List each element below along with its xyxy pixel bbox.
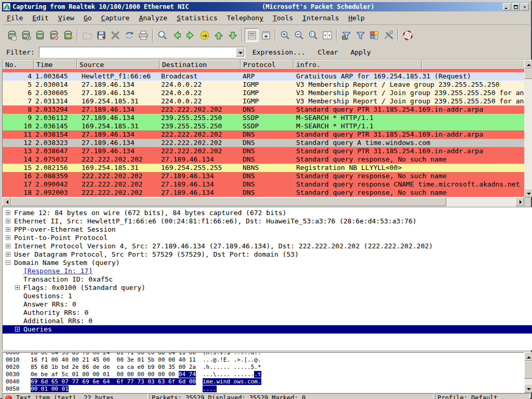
find-icon[interactable]: [155, 28, 169, 42]
column-header-time[interactable]: Time: [34, 60, 77, 70]
print-icon[interactable]: [136, 28, 150, 42]
detail-item[interactable]: Additional RRs: 0: [3, 317, 532, 325]
menu-view[interactable]: View: [54, 12, 79, 23]
packet-row-5[interactable]: 52.03001427.189.46.134224.0.0.22IGMPV3 M…: [3, 81, 524, 89]
menu-help[interactable]: Help: [344, 12, 369, 23]
list-interfaces-icon[interactable]: [5, 28, 19, 42]
open-file-icon[interactable]: [80, 28, 94, 42]
detail-item[interactable]: +Point-to-Point Protocol: [3, 234, 532, 242]
apply-button[interactable]: Apply: [345, 47, 376, 58]
expand-icon[interactable]: +: [6, 210, 10, 215]
menu-analyze[interactable]: Analyze: [134, 12, 172, 23]
packet-row-7[interactable]: 72.031314169.254.185.31224.0.0.22IGMPV3 …: [3, 97, 524, 105]
packet-row-14[interactable]: 142.075032222.222.202.20227.189.46.134DN…: [3, 155, 524, 164]
detail-item[interactable]: +User Datagram Protocol, Src Port: 57529…: [3, 250, 532, 259]
scroll-thumb[interactable]: [524, 361, 532, 379]
column-header-destination[interactable]: Destination: [159, 60, 241, 70]
collapse-icon[interactable]: −: [6, 260, 10, 265]
column-header-protocol[interactable]: Protocol: [241, 60, 294, 70]
packet-row-18[interactable]: 182.092003222.222.202.20227.189.46.134DN…: [3, 189, 524, 197]
expand-icon[interactable]: +: [6, 227, 10, 232]
detail-item[interactable]: +Internet Protocol Version 4, Src: 27.18…: [3, 242, 532, 250]
scroll-left-button[interactable]: [2, 197, 11, 206]
expert-info-icon[interactable]: [5, 395, 12, 399]
menu-capture[interactable]: Capture: [97, 12, 135, 23]
filter-dropdown-button[interactable]: [236, 48, 244, 57]
help-icon[interactable]: [401, 28, 415, 42]
scroll-right-button[interactable]: [515, 197, 524, 206]
go-forward-icon[interactable]: [183, 28, 197, 42]
expand-icon[interactable]: +: [6, 235, 10, 240]
capture-stop-icon[interactable]: [47, 28, 61, 42]
detail-item[interactable]: [Response In: 17]: [3, 267, 532, 275]
detail-link[interactable]: [Response In: 17]: [23, 267, 92, 275]
minimize-button[interactable]: [503, 3, 511, 10]
display-filter-icon[interactable]: [353, 28, 367, 42]
go-top-icon[interactable]: [211, 28, 225, 42]
detail-item[interactable]: Answer RRs: 0: [3, 300, 532, 309]
hex-row-0040[interactable]: 004069 6d 65 07 77 69 6e 64 6f 77 73 03 …: [3, 378, 524, 385]
menu-internals[interactable]: Internals: [298, 12, 343, 23]
save-file-icon[interactable]: [94, 28, 108, 42]
packet-row-4[interactable]: 41.003645HewlettP_f1:66:e6BroadcastARPGr…: [3, 72, 524, 81]
menu-file[interactable]: File: [2, 12, 28, 23]
column-header-source[interactable]: Source: [77, 60, 159, 70]
packet-row-10[interactable]: 102.036145169.254.185.31239.255.255.250S…: [3, 122, 524, 130]
hex-row-0000[interactable]: 000028 6e d4 53 a3 76 00 24 81 f1 66 e6 …: [3, 352, 524, 356]
capture-filter-icon[interactable]: [339, 28, 353, 42]
packet-row-15[interactable]: 152.082156169.254.185.31169.254.255.255N…: [3, 164, 524, 172]
clear-button[interactable]: Clear: [313, 47, 343, 58]
filter-input[interactable]: [40, 48, 235, 57]
hex-row-0020[interactable]: 002085 68 1b bd 2e 86 de de ca ca e0 b9 …: [3, 364, 524, 371]
detail-item[interactable]: Transaction ID: 0xaf5c: [3, 275, 532, 284]
detail-item[interactable]: −Domain Name System (query): [3, 259, 532, 267]
packet-list-vscrollbar[interactable]: [524, 60, 532, 197]
bytes-vscrollbar[interactable]: [524, 352, 532, 393]
packet-row-12[interactable]: 122.03832327.189.46.134222.222.202.202DN…: [3, 139, 524, 147]
menu-tools[interactable]: Tools: [268, 12, 298, 23]
scroll-up-button[interactable]: [524, 60, 532, 69]
expand-icon[interactable]: +: [6, 252, 10, 257]
menu-statistics[interactable]: Statistics: [172, 12, 222, 23]
packet-row-8[interactable]: 82.03329427.189.46.134222.222.202.202DNS…: [3, 105, 524, 114]
expand-icon[interactable]: +: [6, 244, 10, 248]
packet-row-9[interactable]: 92.03611227.189.46.134239.255.255.250SSD…: [3, 114, 524, 122]
scroll-up-button[interactable]: [524, 352, 532, 361]
packet-row-16[interactable]: 162.088359222.222.202.20227.189.46.134DN…: [3, 172, 524, 180]
capture-restart-icon[interactable]: [61, 28, 75, 42]
coloring-rules-icon[interactable]: [367, 28, 381, 42]
scroll-thumb[interactable]: [11, 197, 446, 206]
column-header-no[interactable]: No.: [3, 60, 34, 70]
filter-combo[interactable]: [39, 47, 245, 58]
detail-item[interactable]: Questions: 1: [3, 292, 532, 300]
zoom-out-icon[interactable]: [292, 28, 306, 42]
close-file-icon[interactable]: [108, 28, 122, 42]
close-button[interactable]: ✕: [521, 3, 529, 10]
expand-icon[interactable]: +: [15, 327, 20, 331]
detail-item[interactable]: +Flags: 0x0100 (Standard query): [3, 284, 532, 292]
maximize-button[interactable]: [512, 3, 520, 10]
scroll-down-button[interactable]: [524, 189, 532, 197]
packet-row-6[interactable]: 62.03060527.189.46.134224.0.0.22IGMPV3 M…: [3, 89, 524, 97]
packet-row-11[interactable]: 112.03815427.189.46.134222.222.202.202DN…: [3, 130, 524, 139]
go-to-packet-icon[interactable]: [197, 28, 211, 42]
packet-row-13[interactable]: 132.03864727.189.46.134222.222.202.202DN…: [3, 147, 524, 155]
expression-button[interactable]: Expression...: [247, 47, 311, 58]
reload-icon[interactable]: [122, 28, 136, 42]
menu-edit[interactable]: Edit: [28, 12, 53, 23]
column-header-infro[interactable]: infro.: [294, 60, 422, 70]
capture-options-icon[interactable]: [19, 28, 33, 42]
expand-icon[interactable]: +: [15, 285, 20, 290]
go-back-icon[interactable]: [169, 28, 183, 42]
hex-row-0050[interactable]: 005000 01 00 01....: [3, 385, 524, 393]
go-bottom-icon[interactable]: [225, 28, 240, 42]
resize-columns-icon[interactable]: [320, 28, 334, 42]
detail-item-selected[interactable]: +Queries: [3, 325, 532, 334]
detail-item[interactable]: +Ethernet II, Src: HewlettP_f1:66:e6 (00…: [3, 217, 532, 225]
preferences-icon[interactable]: [381, 28, 395, 42]
packet-list-hscrollbar[interactable]: [2, 197, 524, 206]
detail-item[interactable]: +PPP-over-Ethernet Session: [3, 225, 532, 234]
hex-row-0010[interactable]: 001016 f1 00 40 00 21 45 00 00 3e 01 5b …: [3, 356, 524, 364]
detail-item[interactable]: Authority RRs: 0: [3, 309, 532, 317]
autoscroll-icon[interactable]: [259, 28, 273, 42]
